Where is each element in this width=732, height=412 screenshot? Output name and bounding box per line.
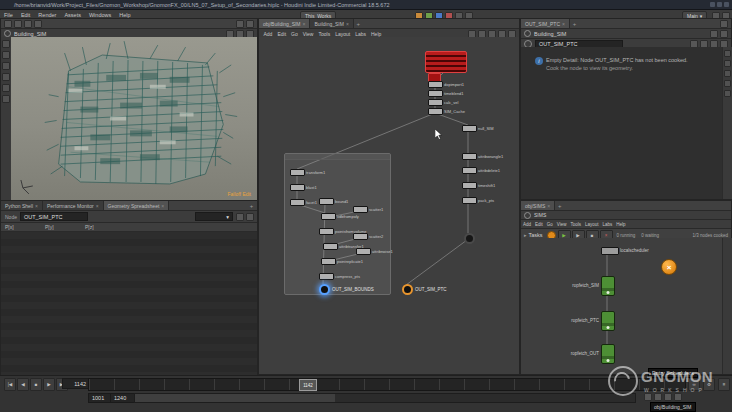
network-node[interactable]: compress_pts: [319, 273, 334, 280]
menu-item[interactable]: Help: [369, 31, 384, 37]
viewport-3d[interactable]: Falloff Edit: [11, 37, 257, 200]
network-node[interactable]: attribnoise1: [356, 248, 371, 255]
menu-item[interactable]: View: [300, 31, 316, 37]
minimize-icon[interactable]: [710, 2, 715, 7]
pin-icon[interactable]: [4, 30, 11, 37]
node-path-field[interactable]: OUT_SIM_PTC: [20, 212, 88, 221]
network-node[interactable]: vdbfrompoly: [321, 213, 336, 220]
network-node[interactable]: attribwrangle1: [462, 153, 477, 160]
network-node[interactable]: SIM_Cache: [428, 108, 443, 115]
top-node[interactable]: ropfetch_SIM: [601, 276, 615, 296]
pane-tab[interactable]: OUT_SIM_PTC ×: [521, 19, 570, 28]
close-window-icon[interactable]: [724, 2, 729, 7]
handles-tool-icon[interactable]: [2, 51, 10, 59]
new-tab-button[interactable]: +: [555, 201, 564, 210]
move-tool-icon[interactable]: [14, 20, 22, 28]
menu-item[interactable]: Help: [614, 222, 627, 227]
close-icon[interactable]: ×: [562, 21, 565, 27]
pin-icon[interactable]: [524, 212, 531, 219]
network-node[interactable]: scatter2: [353, 233, 368, 240]
shade-mode-icon[interactable]: [724, 60, 731, 67]
menu-item[interactable]: Go: [545, 222, 555, 227]
range-end-field[interactable]: 1240: [110, 393, 136, 403]
network-path-label[interactable]: Building_SIM: [14, 31, 46, 37]
menu-item[interactable]: View: [555, 222, 569, 227]
view-mode-icon[interactable]: [724, 50, 731, 57]
menu-item[interactable]: Render: [34, 12, 60, 18]
pane-tab[interactable]: Performance Monitor ×: [43, 201, 104, 210]
maximize-icon[interactable]: [717, 2, 722, 7]
dopnet-node[interactable]: [425, 51, 467, 73]
lock-icon[interactable]: [710, 30, 718, 38]
network-node[interactable]: dopimport1: [428, 81, 443, 88]
network-node[interactable]: attribdelete1: [462, 167, 477, 174]
current-frame-field[interactable]: 1142: [62, 378, 90, 389]
network-node[interactable]: facet1: [290, 199, 305, 206]
pane-tab[interactable]: Geometry Spreadsheet ×: [104, 201, 170, 210]
cooking-badge-icon[interactable]: ×: [661, 259, 677, 275]
network-node[interactable]: scatter1: [353, 206, 368, 213]
attribute-filter-dropdown[interactable]: ▾: [195, 212, 233, 221]
network-path-label[interactable]: SIMS: [534, 212, 546, 218]
scale-tool-icon[interactable]: [34, 20, 42, 28]
menu-item[interactable]: Add: [261, 31, 275, 37]
network-node[interactable]: calc_vel: [428, 99, 443, 106]
transport-button[interactable]: ◀: [17, 378, 29, 391]
network-canvas[interactable]: dopimport1 timeblend1 calc_vel SIM_Cache…: [259, 37, 519, 374]
transport-button[interactable]: ▶: [43, 378, 55, 391]
paint-tool-icon[interactable]: [2, 84, 10, 92]
menu-item[interactable]: Assets: [60, 12, 85, 18]
network-node[interactable]: pointsfromvolume: [319, 228, 334, 235]
pane-tab[interactable]: Python Shell ×: [1, 201, 43, 210]
transport-button[interactable]: |◀: [4, 378, 16, 391]
spreadsheet-rows[interactable]: [1, 232, 257, 376]
camera-icon[interactable]: [236, 20, 244, 28]
network-node[interactable]: blast1: [290, 184, 305, 191]
menu-item[interactable]: Labs: [353, 31, 369, 37]
close-icon[interactable]: ×: [161, 203, 164, 209]
network-node[interactable]: null_SIM: [462, 125, 477, 132]
sculpt-tool-icon[interactable]: [2, 73, 10, 81]
network-node[interactable]: timeshift1: [462, 182, 477, 189]
menu-item[interactable]: Labs: [601, 222, 615, 227]
display-options-icon[interactable]: [724, 90, 731, 97]
sync-icon[interactable]: [720, 30, 728, 38]
network-node-circle[interactable]: OUT_SIM_PTC: [402, 284, 413, 295]
menu-item[interactable]: Layout: [583, 222, 601, 227]
menu-item[interactable]: Tools: [568, 222, 583, 227]
frame-marker[interactable]: 1142: [299, 379, 317, 391]
top-node[interactable]: ropfetch_PTC: [601, 311, 615, 331]
column-header[interactable]: P[z]: [81, 224, 121, 230]
new-tab-button[interactable]: +: [247, 201, 256, 210]
network-node-circle[interactable]: [464, 233, 475, 244]
pane-tab[interactable]: obj/Building_SIM ×: [259, 19, 310, 28]
menu-item[interactable]: Edit: [17, 12, 34, 18]
columns-icon[interactable]: [236, 213, 244, 221]
menu-item[interactable]: File: [0, 12, 17, 18]
snapshot-icon[interactable]: [246, 20, 254, 28]
menu-item[interactable]: Go: [289, 31, 301, 37]
network-box-titlebar[interactable]: [285, 154, 390, 160]
menu-item[interactable]: Layout: [333, 31, 353, 37]
view-tool-icon[interactable]: [2, 40, 10, 48]
snap-tool-icon[interactable]: [2, 95, 10, 103]
network-node[interactable]: attribtransfer1: [323, 243, 338, 250]
tasks-canvas[interactable]: localscheduler ropfetch_SIM ropfetch_PTC…: [521, 238, 722, 374]
transport-button[interactable]: ■: [30, 378, 42, 391]
light-icon[interactable]: [724, 70, 731, 77]
new-tab-button[interactable]: +: [570, 19, 579, 28]
refresh-icon[interactable]: [246, 213, 254, 221]
close-icon[interactable]: ×: [346, 21, 349, 27]
column-header[interactable]: P[x]: [1, 224, 41, 230]
menu-item[interactable]: Tools: [316, 31, 333, 37]
edit-tool-icon[interactable]: [2, 62, 10, 70]
network-node[interactable]: transform1: [290, 169, 305, 176]
close-icon[interactable]: ×: [303, 21, 306, 27]
timeline-ruler[interactable]: 1142: [88, 378, 686, 391]
column-header[interactable]: P[y]: [41, 224, 81, 230]
menu-item[interactable]: Edit: [533, 222, 545, 227]
pin-icon[interactable]: [524, 30, 531, 37]
geo-viewer-body[interactable]: i Empty Detail: Node OUT_SIM_PTC has not…: [521, 47, 722, 199]
rotate-tool-icon[interactable]: [24, 20, 32, 28]
network-node[interactable]: bound1: [319, 198, 334, 205]
